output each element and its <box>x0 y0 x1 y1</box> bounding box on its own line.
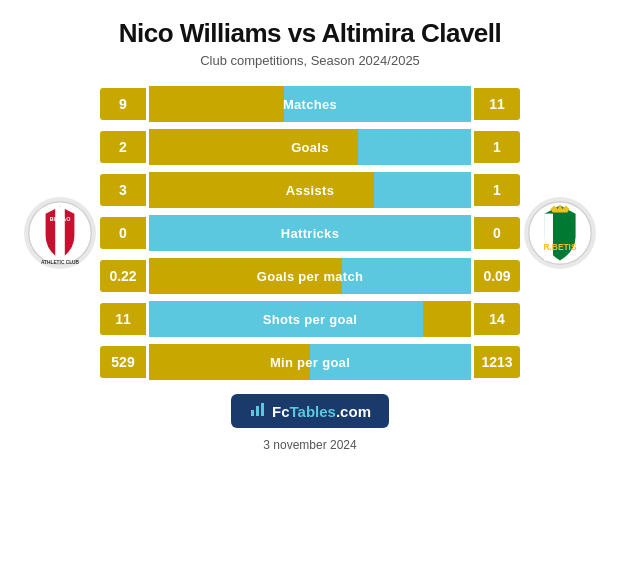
svg-rect-2 <box>55 207 65 260</box>
stat-bar-container: Shots per goal <box>149 301 471 337</box>
stat-left-value: 2 <box>100 131 146 163</box>
footer-logo-area: FcTables.com <box>231 394 389 428</box>
stat-label: Min per goal <box>270 355 350 370</box>
stat-bar-left-fill <box>149 86 284 122</box>
stat-right-value: 1213 <box>474 346 520 378</box>
right-player-logo: R.BETIS <box>520 197 600 269</box>
stat-row: 0Hattricks0 <box>100 215 520 251</box>
betis-logo: R.BETIS <box>524 197 596 269</box>
page-subtitle: Club competitions, Season 2024/2025 <box>200 53 420 68</box>
stat-left-value: 9 <box>100 88 146 120</box>
stat-left-value: 529 <box>100 346 146 378</box>
stat-label: Assists <box>286 183 334 198</box>
athletic-club-logo: ATHLETIC CLUB BILBAO <box>24 197 96 269</box>
comparison-area: ATHLETIC CLUB BILBAO 9Matches112Goals13A… <box>10 86 610 380</box>
svg-rect-9 <box>251 410 254 416</box>
page-title: Nico Williams vs Altimira Clavell <box>119 18 502 49</box>
svg-rect-11 <box>261 403 264 416</box>
stat-right-value: 1 <box>474 131 520 163</box>
stat-bar-container: Min per goal <box>149 344 471 380</box>
stats-section: 9Matches112Goals13Assists10Hattricks00.2… <box>100 86 520 380</box>
stat-right-value: 1 <box>474 174 520 206</box>
stat-bar-right-fill <box>423 301 471 337</box>
stat-left-value: 0 <box>100 217 146 249</box>
stat-left-value: 11 <box>100 303 146 335</box>
stat-row: 0.22Goals per match0.09 <box>100 258 520 294</box>
footer-logo-text: FcTables.com <box>272 403 371 420</box>
stat-bar-container: Matches <box>149 86 471 122</box>
stat-label: Hattricks <box>281 226 339 241</box>
stat-bar-container: Hattricks <box>149 215 471 251</box>
left-player-logo: ATHLETIC CLUB BILBAO <box>20 197 100 269</box>
page-wrapper: Nico Williams vs Altimira Clavell Club c… <box>0 0 620 580</box>
stat-bar-container: Assists <box>149 172 471 208</box>
stat-bar-container: Goals <box>149 129 471 165</box>
footer-date: 3 november 2024 <box>263 438 356 452</box>
svg-text:BILBAO: BILBAO <box>50 216 71 222</box>
stat-left-value: 3 <box>100 174 146 206</box>
stat-label: Goals per match <box>257 269 363 284</box>
stat-label: Shots per goal <box>263 312 358 327</box>
stat-bar-left-fill <box>149 172 374 208</box>
stat-row: 529Min per goal1213 <box>100 344 520 380</box>
stat-right-value: 14 <box>474 303 520 335</box>
chart-icon <box>249 400 267 422</box>
stat-label: Goals <box>291 140 329 155</box>
stat-bar-container: Goals per match <box>149 258 471 294</box>
stat-row: 9Matches11 <box>100 86 520 122</box>
stat-row: 11Shots per goal14 <box>100 301 520 337</box>
stat-row: 3Assists1 <box>100 172 520 208</box>
svg-text:ATHLETIC CLUB: ATHLETIC CLUB <box>41 260 80 265</box>
svg-rect-10 <box>256 406 259 416</box>
stat-row: 2Goals1 <box>100 129 520 165</box>
stat-label: Matches <box>283 97 337 112</box>
stat-right-value: 11 <box>474 88 520 120</box>
stat-right-value: 0.09 <box>474 260 520 292</box>
stat-right-value: 0 <box>474 217 520 249</box>
stat-left-value: 0.22 <box>100 260 146 292</box>
svg-text:R.BETIS: R.BETIS <box>543 242 577 252</box>
